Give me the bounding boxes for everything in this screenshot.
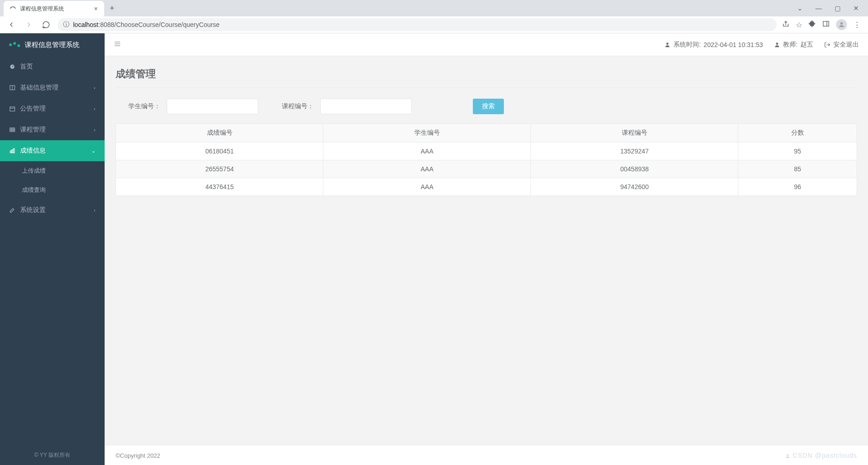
cell-score: 95 [738, 143, 857, 160]
table-header-row: 成绩编号 学生编号 课程编号 分数 [116, 124, 857, 143]
sidebar-item-settings[interactable]: 系统设置 › [0, 200, 105, 221]
address-bar[interactable]: ⓘ localhost:8088/ChooseCourse/Course/que… [58, 18, 777, 31]
svg-rect-0 [823, 21, 829, 26]
logout-label: 安全退出 [833, 41, 859, 49]
chevron-right-icon: › [94, 85, 95, 90]
cell-grade-id: 44376415 [116, 178, 323, 196]
logout-button[interactable]: 安全退出 [824, 41, 859, 49]
extensions-icon[interactable] [809, 20, 816, 29]
sidebar-item-label: 课程管理 [20, 126, 46, 134]
back-button[interactable] [5, 19, 17, 31]
sidebar-item-announcement[interactable]: 公告管理 › [0, 98, 105, 119]
student-id-input[interactable] [167, 99, 258, 114]
dashboard-icon [9, 63, 16, 70]
svg-rect-6 [10, 107, 15, 111]
sidebar-item-label: 首页 [20, 63, 33, 71]
cell-grade-id: 26555754 [116, 160, 323, 178]
calendar-icon [9, 106, 16, 112]
brand-title: 课程信息管理系统 [25, 41, 79, 49]
sidebar-item-grades[interactable]: 成绩信息 ⌄ [0, 140, 105, 161]
chevron-down-icon: ⌄ [91, 148, 95, 154]
sidebar-subitem-query-grades[interactable]: 成绩查询 [0, 180, 105, 200]
role-label: 教师: [783, 41, 798, 49]
info-icon: ⓘ [63, 21, 69, 29]
sidebar-subitem-label: 上传成绩 [22, 167, 46, 174]
nav-menu: 首页 基础信息管理 › 公告管理 › 课程管理 › 成绩信息 ⌄ [0, 56, 105, 445]
reload-button[interactable] [40, 19, 52, 31]
course-id-label: 课程编号： [282, 102, 314, 111]
columns-icon [9, 85, 16, 91]
svg-rect-14 [12, 150, 13, 153]
cell-course-id: 94742600 [531, 178, 738, 196]
forward-button[interactable] [23, 19, 35, 31]
brand-logo[interactable]: 课程信息管理系统 [0, 33, 105, 56]
close-icon[interactable]: × [93, 4, 99, 13]
svg-rect-8 [10, 128, 15, 132]
chevron-down-icon[interactable]: ⌄ [794, 3, 806, 14]
col-course-id: 课程编号 [531, 124, 738, 143]
close-window-icon[interactable]: ✕ [850, 3, 863, 14]
edit-icon [9, 207, 16, 213]
svg-rect-15 [13, 148, 14, 153]
footer: ©Copyright 2022 CSDN @pastclouds [105, 445, 868, 465]
sidebar-item-label: 成绩信息 [20, 147, 46, 155]
share-icon[interactable] [782, 20, 789, 29]
sidebar-footer: © YY 版权所有 [0, 445, 105, 465]
user-icon [664, 42, 671, 48]
chevron-right-icon: › [94, 106, 95, 111]
star-icon[interactable]: ☆ [796, 21, 802, 29]
minimize-icon[interactable]: — [812, 3, 826, 14]
cell-student-id: AAA [323, 143, 531, 160]
sidebar-subitem-upload-grades[interactable]: 上传成绩 [0, 161, 105, 180]
app-container: 课程信息管理系统 首页 基础信息管理 › 公告管理 › 课程管理 › [0, 33, 868, 465]
col-student-id: 学生编号 [323, 124, 531, 143]
chevron-right-icon: › [94, 207, 95, 213]
copyright-text: ©Copyright 2022 [116, 452, 160, 459]
sidebar-item-label: 基础信息管理 [20, 84, 58, 92]
table-row: 06180451 AAA 13529247 95 [116, 143, 857, 160]
page-title: 成绩管理 [116, 67, 857, 88]
cell-course-id: 13529247 [531, 143, 738, 160]
svg-rect-13 [10, 151, 11, 153]
top-right: 系统时间:2022-04-01 10:31:53 教师:赵五 安全退出 [664, 41, 859, 49]
col-grade-id: 成绩编号 [116, 124, 323, 143]
maximize-icon[interactable]: ▢ [831, 3, 844, 14]
browser-right-icons: ☆ ⋮ [782, 19, 863, 30]
menu-icon[interactable]: ⋮ [853, 21, 861, 29]
system-time: 系统时间:2022-04-01 10:31:53 [664, 41, 763, 49]
bar-chart-icon [9, 148, 16, 154]
logo-icon [9, 43, 20, 46]
sidebar-item-basic-info[interactable]: 基础信息管理 › [0, 77, 105, 98]
user-name: 赵五 [800, 41, 813, 49]
sidebar-subitem-label: 成绩查询 [22, 186, 46, 193]
cell-student-id: AAA [323, 178, 531, 196]
sidebar-item-label: 系统设置 [20, 206, 46, 214]
cell-grade-id: 06180451 [116, 143, 323, 160]
sidebar-item-home[interactable]: 首页 [0, 56, 105, 77]
user-info[interactable]: 教师:赵五 [774, 41, 813, 49]
cell-score: 85 [738, 160, 857, 178]
course-id-input[interactable] [320, 99, 412, 114]
profile-avatar[interactable] [836, 19, 847, 30]
student-id-label: 学生编号： [128, 102, 160, 111]
top-bar: 系统时间:2022-04-01 10:31:53 教师:赵五 安全退出 [105, 33, 868, 56]
col-score: 分数 [738, 124, 857, 143]
browser-tab[interactable]: 课程信息管理系统 × [4, 1, 104, 16]
user-icon [785, 453, 790, 459]
cell-score: 96 [738, 178, 857, 196]
content: 成绩管理 学生编号： 课程编号： 搜索 成绩编号 学生编号 课程编号 分数 [105, 56, 868, 445]
url-text: localhost:8088/ChooseCourse/Course/query… [73, 21, 220, 28]
sidebar: 课程信息管理系统 首页 基础信息管理 › 公告管理 › 课程管理 › [0, 33, 105, 465]
table-row: 44376415 AAA 94742600 96 [116, 178, 857, 196]
hamburger-icon[interactable] [114, 40, 121, 49]
svg-point-20 [776, 42, 778, 45]
search-row: 学生编号： 课程编号： 搜索 [116, 99, 857, 114]
cell-student-id: AAA [323, 160, 531, 178]
panel-icon[interactable] [822, 20, 830, 29]
svg-point-21 [787, 454, 789, 456]
search-button[interactable]: 搜索 [473, 99, 504, 114]
new-tab-button[interactable]: + [104, 4, 120, 13]
svg-point-19 [667, 42, 669, 45]
sidebar-item-course[interactable]: 课程管理 › [0, 119, 105, 140]
cell-course-id: 00458938 [531, 160, 738, 178]
